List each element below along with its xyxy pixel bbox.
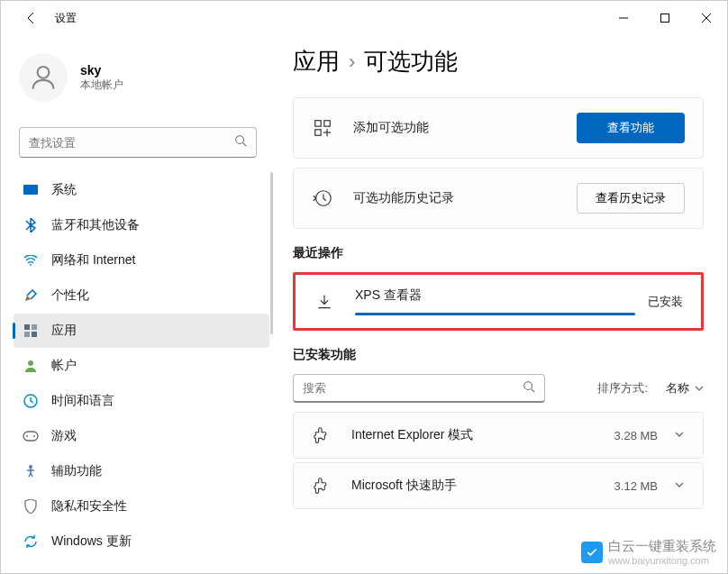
gaming-icon	[23, 428, 39, 444]
svg-line-4	[243, 143, 247, 147]
svg-rect-19	[315, 130, 321, 135]
history-icon	[312, 187, 333, 209]
sidebar-item-label: Windows 更新	[51, 533, 132, 550]
feature-row[interactable]: Internet Explorer 模式 3.28 MB	[293, 412, 704, 459]
minimize-button[interactable]	[603, 1, 644, 35]
recent-item: XPS 查看器 已安装	[293, 272, 704, 331]
puzzle-icon	[312, 476, 332, 496]
chevron-right-icon: ›	[349, 50, 355, 74]
svg-rect-18	[324, 121, 330, 126]
feature-size: 3.28 MB	[614, 429, 658, 442]
sidebar-item-bluetooth[interactable]: 蓝牙和其他设备	[14, 208, 269, 242]
sidebar-item-update[interactable]: Windows 更新	[14, 524, 269, 559]
sidebar-item-gaming[interactable]: 游戏	[14, 419, 269, 453]
progress-bar	[355, 313, 635, 315]
feature-row[interactable]: Microsoft 快速助手 3.12 MB	[293, 462, 704, 509]
maximize-button[interactable]	[644, 1, 686, 35]
recent-item-name: XPS 查看器	[355, 287, 635, 304]
view-features-button[interactable]: 查看功能	[577, 113, 685, 143]
chevron-down-icon	[674, 427, 685, 443]
svg-point-3	[236, 136, 244, 144]
svg-line-24	[532, 388, 535, 392]
sidebar-item-system[interactable]: 系统	[14, 173, 269, 207]
sidebar-item-label: 系统	[51, 182, 77, 198]
chevron-down-icon	[674, 478, 685, 494]
sidebar-item-time[interactable]: 时间和语言	[14, 384, 269, 418]
sidebar-item-label: 应用	[51, 323, 77, 339]
svg-point-11	[28, 360, 33, 366]
feature-search-input[interactable]	[303, 381, 523, 395]
breadcrumb-parent[interactable]: 应用	[293, 46, 340, 77]
sidebar-item-label: 个性化	[51, 287, 89, 304]
puzzle-icon	[312, 425, 332, 445]
feature-name: Microsoft 快速助手	[351, 478, 614, 494]
sidebar-item-label: 游戏	[51, 428, 77, 444]
svg-rect-9	[24, 332, 30, 337]
feature-name: Internet Explorer 模式	[351, 427, 614, 443]
search-icon	[234, 134, 247, 150]
breadcrumb: 应用 › 可选功能	[293, 46, 704, 77]
time-icon	[23, 393, 39, 409]
svg-point-16	[29, 465, 32, 469]
svg-point-2	[38, 67, 50, 78]
profile-section[interactable]: sky 本地帐户	[1, 35, 275, 120]
profile-subtitle: 本地帐户	[80, 77, 123, 93]
installed-section-title: 已安装功能	[293, 347, 704, 363]
avatar	[19, 53, 68, 102]
feature-size: 3.12 MB	[614, 479, 658, 493]
view-history-button[interactable]: 查看历史记录	[577, 183, 685, 214]
sidebar-item-label: 辅助功能	[51, 463, 102, 479]
svg-rect-17	[315, 121, 321, 126]
personalize-icon	[23, 287, 39, 304]
download-icon	[314, 291, 335, 313]
sort-dropdown[interactable]: 名称	[666, 380, 704, 396]
sidebar-item-accounts[interactable]: 帐户	[14, 349, 269, 383]
sidebar-item-accessibility[interactable]: 辅助功能	[14, 454, 269, 488]
sidebar-item-label: 帐户	[51, 358, 77, 374]
svg-point-15	[33, 435, 35, 437]
add-feature-label: 添加可选功能	[353, 120, 577, 136]
back-button[interactable]	[21, 7, 42, 29]
svg-point-14	[26, 435, 28, 437]
sidebar-item-personalize[interactable]: 个性化	[14, 278, 269, 313]
svg-rect-13	[23, 432, 38, 441]
recent-section-title: 最近操作	[293, 245, 704, 261]
main-content: 应用 › 可选功能 添加可选功能 查看功能 可选功能历史记录 查看历史记录 最近…	[275, 35, 727, 573]
search-input[interactable]	[29, 136, 234, 150]
sidebar-item-label: 时间和语言	[51, 393, 114, 409]
privacy-icon	[23, 498, 39, 515]
close-button[interactable]	[686, 1, 727, 35]
add-feature-icon	[312, 117, 333, 139]
recent-status: 已安装	[648, 294, 683, 310]
system-icon	[23, 182, 39, 198]
bluetooth-icon	[23, 217, 39, 233]
svg-rect-1	[661, 14, 669, 23]
svg-point-23	[524, 381, 532, 389]
sidebar-item-label: 隐私和安全性	[51, 498, 127, 515]
sidebar-item-privacy[interactable]: 隐私和安全性	[14, 489, 269, 524]
scrollbar[interactable]	[270, 172, 273, 334]
nav-list: 系统蓝牙和其他设备网络和 Internet个性化应用帐户时间和语言游戏辅助功能隐…	[14, 173, 275, 559]
history-label: 可选功能历史记录	[353, 190, 577, 206]
svg-rect-7	[24, 324, 30, 330]
search-box[interactable]	[19, 127, 257, 158]
sidebar-item-label: 网络和 Internet	[51, 252, 135, 269]
history-card: 可选功能历史记录 查看历史记录	[293, 168, 704, 229]
sidebar: sky 本地帐户 系统蓝牙和其他设备网络和 Internet个性化应用帐户时间和…	[1, 35, 275, 573]
chevron-down-icon	[695, 384, 704, 393]
breadcrumb-current: 可选功能	[364, 46, 458, 77]
svg-rect-8	[32, 324, 37, 330]
update-icon	[23, 533, 39, 550]
window-controls	[603, 1, 727, 35]
accounts-icon	[23, 358, 39, 374]
sidebar-item-apps[interactable]: 应用	[14, 314, 269, 348]
feature-search-box[interactable]	[293, 374, 545, 403]
add-feature-card: 添加可选功能 查看功能	[293, 97, 704, 159]
network-icon	[23, 252, 39, 269]
filter-row: 排序方式: 名称	[293, 374, 704, 403]
svg-point-6	[30, 264, 32, 266]
accessibility-icon	[23, 463, 39, 479]
sidebar-item-network[interactable]: 网络和 Internet	[14, 243, 269, 278]
sort-label: 排序方式:	[597, 380, 648, 396]
apps-icon	[23, 323, 39, 339]
